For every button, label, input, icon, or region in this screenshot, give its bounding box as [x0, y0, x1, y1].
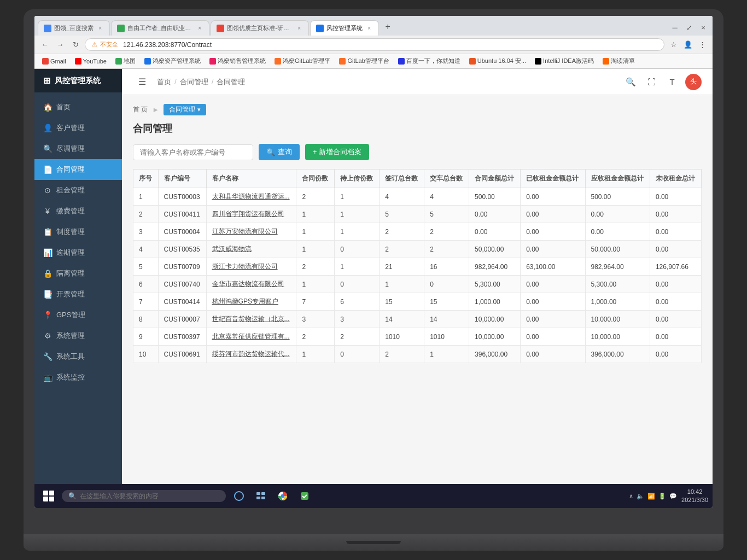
back-button[interactable]: ←: [39, 39, 51, 51]
url-bar[interactable]: ⚠ 不安全 121.46.238.203:8770/Contract: [85, 38, 664, 51]
cell-cust-name[interactable]: 浙江卡力物流有限公司: [206, 258, 296, 276]
bookmark-youtube[interactable]: YouTube: [72, 57, 110, 66]
close-browser-button[interactable]: ×: [697, 21, 709, 33]
system-clock[interactable]: 10:42 2021/3/30: [681, 488, 708, 505]
sidebar-item-regulation[interactable]: 📋 制度管理: [34, 221, 122, 242]
browser-tab-3[interactable]: 图领优质主页标准-研发类.pdf ×: [211, 20, 309, 36]
taskbar-app-green[interactable]: [295, 486, 314, 506]
sidebar-item-gps[interactable]: 📍 GPS管理: [34, 305, 122, 325]
tray-notification-icon[interactable]: 💬: [669, 493, 677, 500]
sidebar-item-tools[interactable]: 🔧 系统工具: [34, 346, 122, 367]
bookmark-idea[interactable]: IntelliJ IDEA激活码: [532, 56, 597, 66]
cell-cust-name[interactable]: 北京嘉常征供应链管理有...: [206, 328, 296, 346]
bookmark-gmail[interactable]: Gmail: [39, 57, 69, 66]
search-button[interactable]: 🔍 查询: [259, 144, 300, 160]
cell-unreceived: 0.00: [650, 206, 701, 223]
tab-favicon-4: [316, 25, 324, 32]
cell-cust-name[interactable]: 杭州鸿燊GPS专用账户: [206, 293, 296, 311]
fullscreen-icon[interactable]: ⛶: [644, 74, 659, 90]
sidebar-item-rent[interactable]: ⊙ 租金管理: [34, 180, 122, 201]
sidebar-item-overdue[interactable]: 📊 逾期管理: [34, 242, 122, 263]
browser-tab-1[interactable]: 图领_百度搜索 ×: [38, 20, 110, 36]
nav-home-link[interactable]: 首 页: [133, 105, 148, 114]
app-icon: [300, 491, 310, 501]
sidebar-item-system[interactable]: ⚙ 系统管理: [34, 325, 122, 346]
bookmark-maps[interactable]: 地图: [112, 56, 139, 66]
cell-pending: 0: [335, 346, 380, 363]
tray-sound-icon[interactable]: 🔈: [637, 493, 644, 500]
cell-cust-name[interactable]: 江苏万安物流有限公司: [206, 223, 296, 241]
sidebar-item-monitor[interactable]: 📺 系统监控: [34, 367, 122, 388]
search-header-icon[interactable]: 🔍: [623, 74, 638, 90]
th-contracts: 合同份数: [296, 170, 335, 188]
sidebar-label-tools: 系统工具: [56, 352, 85, 361]
bookmark-ubuntu[interactable]: Ubuntu 16.04 安...: [466, 56, 529, 66]
tray-up-arrow[interactable]: ∧: [629, 493, 633, 500]
cell-receivable: 982,964.00: [585, 258, 650, 276]
bookmark-favicon-baidu: [398, 58, 405, 65]
cell-cust-name[interactable]: 绥芬河市韵达货物运输代...: [206, 346, 296, 363]
bookmark-taodu[interactable]: 淘读清單: [599, 56, 638, 66]
refresh-button[interactable]: ↻: [69, 39, 81, 51]
start-button[interactable]: [39, 486, 59, 506]
restore-button[interactable]: ⤢: [683, 21, 695, 33]
cell-received: 0.00: [521, 206, 585, 223]
cell-cust-name[interactable]: 金华市嘉达物流有限公司: [206, 276, 296, 293]
sidebar-item-payment[interactable]: ¥ 缴费管理: [34, 201, 122, 221]
cell-amount: 10,000.00: [469, 311, 521, 328]
tab-close-1[interactable]: ×: [96, 25, 104, 32]
taskbar-search-icon: 🔍: [68, 492, 77, 500]
minimize-button[interactable]: ─: [669, 21, 681, 33]
sidebar-item-isolation[interactable]: 🔒 隔离管理: [34, 263, 122, 284]
font-icon[interactable]: T: [664, 74, 680, 90]
taskbar-app-chrome[interactable]: [273, 486, 293, 506]
profile-icon[interactable]: 👤: [682, 39, 694, 51]
cell-receivable: 10,000.00: [585, 328, 650, 346]
table-row: 1 CUST00003 太和县华源物流四通货运... 2 1 4 4 500.0…: [133, 188, 702, 206]
search-input[interactable]: [133, 144, 253, 160]
cell-contracts: 2: [296, 328, 335, 346]
browser-tab-4[interactable]: 风控管理系统 ×: [310, 20, 379, 36]
nav-current-tag[interactable]: 合同管理 ▾: [164, 104, 206, 115]
nav-sep: ►: [152, 106, 159, 114]
sidebar-item-customer[interactable]: 👤 客户管理: [34, 118, 122, 138]
cell-receivable: 0.00: [585, 206, 650, 223]
bookmark-star-icon[interactable]: ☆: [668, 39, 680, 51]
table-header: 序号 客户编号 客户名称 合同份数 待上传份数 签订总台数 交车总台数 合同金额…: [133, 170, 702, 188]
bookmark-sales[interactable]: 鸿燊销售管理系统: [206, 56, 269, 66]
user-avatar[interactable]: 头: [685, 74, 702, 90]
hamburger-button[interactable]: ☰: [133, 73, 151, 90]
tray-battery-icon[interactable]: 🔋: [658, 493, 666, 500]
tab-label-3: 图领优质主页标准-研发类.pdf: [227, 24, 293, 32]
table-row: 8 CUST00007 世纪百音货物运输（北京... 3 3 14 14 10,…: [133, 311, 702, 328]
sidebar-item-home[interactable]: 🏠 首页: [34, 97, 122, 118]
taskbar-search[interactable]: 🔍: [62, 490, 226, 502]
sidebar-item-contract[interactable]: 📄 合同管理: [34, 159, 122, 180]
tab-close-2[interactable]: ×: [196, 25, 203, 32]
bookmark-baidu[interactable]: 百度一下，你就知道: [395, 56, 464, 66]
taskbar-app-task-view[interactable]: [251, 486, 271, 506]
sidebar-item-inquiry[interactable]: 🔍 尽调管理: [34, 138, 122, 159]
cell-contracts: 1: [296, 241, 335, 258]
tray-network-icon[interactable]: 📶: [647, 493, 655, 500]
bookmark-gitlab2[interactable]: GitLab管理平台: [336, 56, 392, 66]
new-tab-button[interactable]: +: [380, 19, 395, 34]
cell-cust-name[interactable]: 太和县华源物流四通货运...: [206, 188, 296, 206]
tab-close-4[interactable]: ×: [365, 25, 373, 32]
bookmark-label-sales: 鸿燊销售管理系统: [218, 57, 266, 65]
browser-tab-2[interactable]: 自由工作者_自由职业者_自由工... ×: [111, 20, 209, 36]
cell-cust-name[interactable]: 四川省宇翔货运有限公司: [206, 206, 296, 223]
forward-button[interactable]: →: [54, 39, 66, 51]
cell-cust-name[interactable]: 世纪百音货物运输（北京...: [206, 311, 296, 328]
tab-close-3[interactable]: ×: [295, 25, 303, 32]
cell-cust-name[interactable]: 武汉威海物流: [206, 241, 296, 258]
sidebar-item-invoice[interactable]: 📑 开票管理: [34, 284, 122, 305]
add-contract-button[interactable]: + 新增合同档案: [305, 144, 369, 160]
bookmark-gitlab1[interactable]: 鸿燊GitLab管理平: [271, 56, 334, 66]
taskbar-app-cortana[interactable]: [229, 486, 249, 506]
cell-delivered: 2: [424, 241, 469, 258]
taskbar-search-input[interactable]: [80, 492, 219, 500]
bookmark-asset[interactable]: 鸿燊资产管理系统: [141, 56, 204, 66]
menu-dots-icon[interactable]: ⋮: [696, 39, 708, 51]
nav-tag-close[interactable]: ▾: [197, 106, 201, 113]
